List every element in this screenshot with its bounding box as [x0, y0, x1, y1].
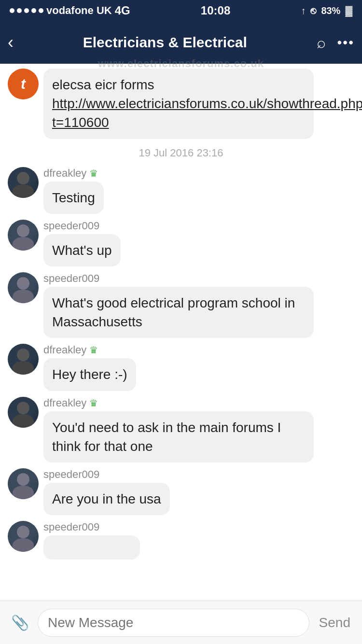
avatar — [8, 220, 39, 251]
avatar — [8, 344, 39, 375]
sender-name: speeder009 — [43, 220, 99, 232]
message-meta: dfreakley — [43, 397, 314, 409]
message-content: speeder009 What's good electrical progra… — [43, 272, 314, 338]
network-type: 4G — [115, 4, 130, 17]
attach-button[interactable]: 📎 — [8, 611, 32, 635]
message-meta: speeder009 — [43, 468, 170, 481]
input-bar: 📎 Send — [0, 601, 362, 644]
messages-area: t elecsa eicr forms http://www.electrici… — [0, 64, 362, 643]
nav-bar: ‹ Electricians & Electrical ⌕ ••• — [0, 21, 362, 64]
mod-icon — [89, 168, 98, 179]
message-bubble: You'd need to ask in the main forums I t… — [43, 411, 314, 462]
date-separator: 19 Jul 2016 23:16 — [8, 147, 354, 159]
sender-name: speeder009 — [43, 468, 99, 481]
message-row: t elecsa eicr forms http://www.electrici… — [8, 69, 354, 139]
back-button[interactable]: ‹ — [8, 32, 14, 53]
status-right: ↑ ⎋ 83% ▓ — [301, 5, 352, 16]
message-row: speeder009 Are you in the usa — [8, 468, 354, 515]
mod-icon — [89, 344, 98, 356]
message-row: dfreakley Testing — [8, 167, 354, 214]
message-meta: speeder009 — [43, 220, 121, 232]
message-input[interactable] — [38, 609, 309, 637]
message-bubble-partial — [43, 535, 140, 560]
message-link[interactable]: http://www.electriciansforums.co.uk/show… — [52, 96, 362, 130]
avatar — [8, 468, 39, 499]
sender-name: dfreakley — [43, 397, 86, 409]
mod-icon — [89, 397, 98, 409]
sender-name: dfreakley — [43, 344, 86, 356]
battery-icon: ▓ — [345, 5, 352, 16]
message-row: dfreakley Hey there :-) — [8, 344, 354, 391]
message-bubble: What's good electrical program school in… — [43, 287, 314, 338]
message-row: dfreakley You'd need to ask in the main … — [8, 397, 354, 462]
message-content: dfreakley Hey there :-) — [43, 344, 136, 391]
avatar — [8, 397, 39, 428]
status-bar: vodafone UK 4G 10:08 ↑ ⎋ 83% ▓ — [0, 0, 362, 21]
message-meta: speeder009 — [43, 521, 140, 533]
message-bubble: elecsa eicr forms http://www.electrician… — [43, 69, 314, 139]
avatar: t — [8, 69, 39, 99]
avatar — [8, 167, 39, 198]
more-options-icon[interactable]: ••• — [337, 35, 354, 50]
nav-title: Electricians & Electrical — [83, 34, 247, 51]
paperclip-icon: 📎 — [11, 614, 29, 631]
status-left: vodafone UK 4G — [10, 4, 130, 17]
message-meta: dfreakley — [43, 344, 136, 356]
search-icon[interactable]: ⌕ — [317, 34, 326, 52]
sender-name: speeder009 — [43, 272, 99, 285]
avatar — [8, 272, 39, 303]
message-row: speeder009 — [8, 521, 354, 561]
signal-dots — [10, 8, 43, 13]
message-meta: speeder009 — [43, 272, 314, 285]
message-content: speeder009 Are you in the usa — [43, 468, 170, 515]
battery-label: 83% — [321, 5, 340, 16]
send-button[interactable]: Send — [315, 615, 354, 630]
message-row: speeder009 What's up — [8, 220, 354, 266]
message-content: speeder009 — [43, 521, 140, 561]
message-row: speeder009 What's good electrical progra… — [8, 272, 354, 338]
bluetooth-icon: ⎋ — [310, 5, 316, 16]
message-bubble: Hey there :-) — [43, 358, 136, 391]
avatar — [8, 521, 39, 552]
message-bubble: What's up — [43, 234, 121, 266]
message-content: dfreakley You'd need to ask in the main … — [43, 397, 314, 462]
message-bubble: Are you in the usa — [43, 483, 170, 515]
sender-name: speeder009 — [43, 521, 99, 533]
message-content: speeder009 What's up — [43, 220, 121, 266]
nav-icons: ⌕ ••• — [317, 34, 354, 52]
sender-name: dfreakley — [43, 167, 86, 180]
time-display: 10:08 — [201, 4, 230, 17]
message-content: dfreakley Testing — [43, 167, 104, 214]
carrier-label: vodafone UK — [46, 4, 112, 17]
message-bubble: Testing — [43, 182, 104, 214]
message-meta: dfreakley — [43, 167, 104, 180]
location-icon: ↑ — [301, 5, 306, 16]
message-content: elecsa eicr forms http://www.electrician… — [43, 69, 314, 139]
